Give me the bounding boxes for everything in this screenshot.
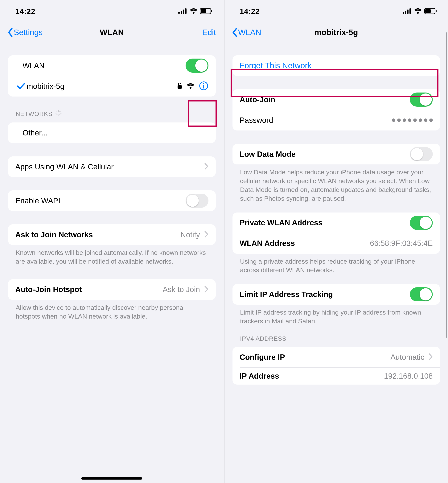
apps-using-row[interactable]: Apps Using WLAN & Cellular [8, 156, 216, 177]
cellular-signal-icon [178, 8, 187, 15]
limit-ip-toggle[interactable] [410, 287, 433, 301]
low-data-row[interactable]: Low Data Mode [232, 144, 440, 164]
ask-to-join-footer: Known networks will be joined automatica… [8, 245, 216, 266]
status-icons [403, 8, 437, 15]
private-address-group: Private WLAN Address WLAN Address 66:58:… [232, 212, 440, 254]
ask-to-join-row[interactable]: Ask to Join Networks Notify [8, 224, 216, 245]
networks-header: NETWORKS [8, 97, 216, 120]
enable-wapi-toggle[interactable] [185, 194, 208, 208]
low-data-label: Low Data Mode [240, 150, 296, 159]
configure-ip-row[interactable]: Configure IP Automatic [232, 347, 440, 367]
back-button[interactable]: Settings [8, 28, 43, 37]
svg-rect-24 [425, 9, 431, 13]
networks-header-label: NETWORKS [16, 111, 52, 118]
back-button[interactable]: WLAN [232, 28, 261, 37]
private-wlan-toggle[interactable] [410, 216, 433, 230]
spinner-icon [55, 110, 62, 118]
other-network-row[interactable]: Other... [8, 122, 216, 143]
connected-network-row[interactable]: mobitrix-5g [8, 76, 216, 97]
auto-join-row[interactable]: Auto-Join [232, 89, 440, 110]
private-wlan-label: Private WLAN Address [240, 218, 322, 227]
network-details-screen: 14:22 WLAN mobitrix-5g Forget This Netwo… [224, 0, 448, 483]
password-masked [392, 119, 433, 122]
svg-rect-10 [203, 85, 204, 89]
join-password-group: Auto-Join Password [232, 89, 440, 130]
limit-ip-row[interactable]: Limit IP Address Tracking [232, 284, 440, 305]
status-bar: 14:22 [0, 0, 224, 23]
ipv4-header-label: IPV4 ADDRESS [240, 335, 287, 342]
svg-rect-25 [436, 10, 437, 12]
edit-button[interactable]: Edit [202, 28, 216, 37]
status-time: 14:22 [15, 7, 35, 16]
other-networks-group: Other... [8, 122, 216, 143]
wlan-group: WLAN mobitrix-5g [8, 55, 216, 97]
auto-hotspot-value: Ask to Join [163, 285, 200, 294]
svg-rect-21 [407, 9, 408, 14]
info-icon[interactable] [199, 81, 208, 91]
wifi-icon [414, 8, 422, 15]
ask-to-join-group: Ask to Join Networks Notify [8, 224, 216, 245]
wifi-icon [190, 8, 197, 15]
home-indicator [81, 477, 142, 480]
svg-line-14 [59, 114, 60, 115]
svg-line-18 [56, 111, 57, 112]
lock-icon [177, 83, 182, 90]
scroll-indicator [446, 32, 447, 338]
status-bar: 14:22 [224, 0, 448, 23]
wifi-strength-icon [187, 83, 194, 89]
back-label: WLAN [238, 28, 261, 37]
svg-point-9 [203, 83, 204, 84]
svg-line-16 [56, 114, 57, 115]
ip-address-value: 192.168.0.108 [384, 372, 433, 380]
auto-hotspot-row[interactable]: Auto-Join Hotspot Ask to Join [8, 279, 216, 300]
private-wlan-row[interactable]: Private WLAN Address [232, 212, 440, 233]
configure-ip-label: Configure IP [240, 353, 285, 362]
wlan-address-label: WLAN Address [240, 239, 295, 248]
ip-address-label: IP Address [240, 372, 279, 380]
wlan-address-row: WLAN Address 66:58:9F:03:45:4E [232, 233, 440, 254]
chevron-right-icon [429, 353, 433, 361]
wlan-address-value: 66:58:9F:03:45:4E [370, 239, 433, 248]
ip-address-row: IP Address 192.168.0.108 [232, 367, 440, 385]
auto-hotspot-label: Auto-Join Hotspot [15, 285, 82, 294]
wlan-label: WLAN [23, 61, 45, 70]
enable-wapi-label: Enable WAPI [15, 196, 60, 205]
forget-network-label: Forget This Network [240, 61, 312, 70]
forget-network-group: Forget This Network [232, 55, 440, 76]
checkmark-icon [15, 83, 27, 90]
wlan-toggle-row[interactable]: WLAN [8, 55, 216, 76]
ipv4-header: IPV4 ADDRESS [232, 326, 440, 345]
svg-rect-20 [405, 11, 406, 14]
svg-rect-7 [177, 85, 182, 89]
chevron-right-icon [204, 286, 208, 294]
limit-ip-group: Limit IP Address Tracking [232, 284, 440, 305]
svg-rect-6 [211, 10, 212, 12]
low-data-toggle[interactable] [410, 147, 433, 161]
content: Forget This Network Auto-Join Password L… [224, 55, 448, 385]
wlan-settings-screen: 14:22 Settings WLAN Edit WLAN [0, 0, 224, 483]
auto-hotspot-footer: Allow this device to automatically disco… [8, 300, 216, 321]
password-label: Password [240, 116, 273, 125]
content: WLAN mobitrix-5g [0, 55, 224, 321]
svg-rect-19 [403, 12, 404, 14]
wlan-toggle[interactable] [185, 59, 208, 73]
svg-rect-1 [181, 11, 182, 14]
navbar: Settings WLAN Edit [0, 23, 224, 42]
limit-ip-label: Limit IP Address Tracking [240, 290, 333, 299]
battery-icon [200, 8, 212, 15]
other-label: Other... [23, 129, 48, 137]
svg-rect-3 [185, 8, 186, 14]
low-data-group: Low Data Mode [232, 144, 440, 164]
status-time: 14:22 [240, 7, 260, 16]
chevron-left-icon [232, 28, 237, 37]
password-row[interactable]: Password [232, 110, 440, 130]
ipv4-group: Configure IP Automatic IP Address 192.16… [232, 347, 440, 385]
svg-rect-22 [409, 8, 411, 14]
battery-icon [424, 8, 437, 15]
enable-wapi-row[interactable]: Enable WAPI [8, 190, 216, 211]
svg-rect-2 [183, 9, 184, 14]
apps-using-label: Apps Using WLAN & Cellular [15, 162, 114, 171]
forget-network-button[interactable]: Forget This Network [232, 55, 440, 76]
auto-join-toggle[interactable] [410, 93, 433, 107]
private-address-footer: Using a private address helps reduce tra… [232, 254, 440, 275]
